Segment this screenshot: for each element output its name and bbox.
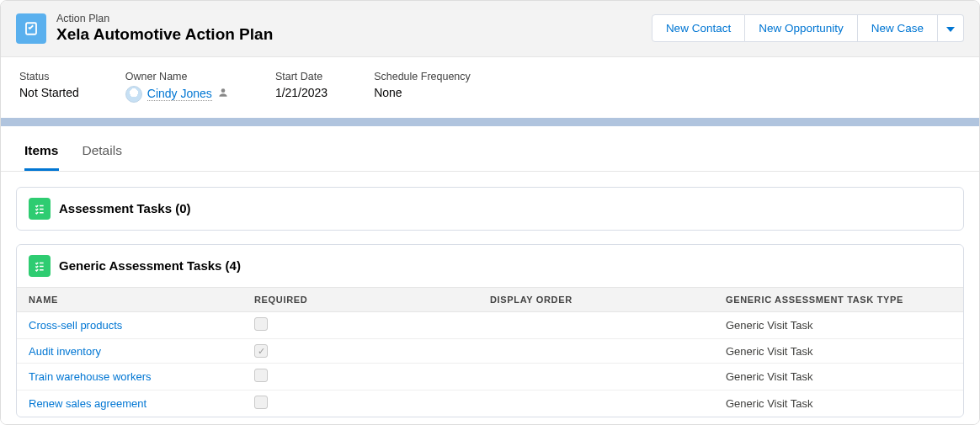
more-actions-button[interactable] bbox=[938, 14, 964, 42]
required-checkbox: ✓ bbox=[254, 344, 268, 358]
page-header: Action Plan Xela Automotive Action Plan … bbox=[1, 1, 979, 57]
task-link[interactable]: Train warehouse workers bbox=[29, 370, 151, 383]
status-field: Status Not Started bbox=[19, 71, 79, 103]
table-row: Renew sales agreement Generic Visit Task bbox=[17, 390, 963, 417]
panel-title: Generic Assessment Tasks (4) bbox=[59, 258, 241, 273]
new-case-button[interactable]: New Case bbox=[858, 14, 938, 42]
table-row: Train warehouse workers Generic Visit Ta… bbox=[17, 364, 963, 390]
field-value: 1/21/2023 bbox=[275, 86, 328, 99]
required-checkbox bbox=[254, 317, 268, 331]
column-header-type[interactable]: GENERIC ASSESSMENT TASK TYPE bbox=[726, 295, 951, 305]
task-list-icon bbox=[29, 255, 51, 277]
required-checkbox bbox=[254, 396, 268, 409]
table-row: Audit inventory ✓ Generic Visit Task bbox=[17, 339, 963, 364]
field-value: Not Started bbox=[19, 86, 79, 99]
column-header-display-order[interactable]: DISPLAY ORDER bbox=[490, 295, 726, 305]
task-link[interactable]: Cross-sell products bbox=[29, 319, 122, 332]
tab-content: Assessment Tasks (0) Generic Assessment … bbox=[1, 172, 979, 425]
tab-items[interactable]: Items bbox=[24, 131, 59, 171]
type-cell: Generic Visit Task bbox=[726, 319, 951, 332]
task-link[interactable]: Renew sales agreement bbox=[29, 397, 146, 410]
generic-assessment-tasks-panel: Generic Assessment Tasks (4) NAME REQUIR… bbox=[16, 244, 964, 418]
divider bbox=[1, 118, 979, 126]
table-header-row: NAME REQUIRED DISPLAY ORDER GENERIC ASSE… bbox=[17, 287, 963, 312]
change-owner-icon[interactable] bbox=[217, 87, 229, 101]
svg-rect-0 bbox=[26, 23, 36, 35]
owner-field: Owner Name Cindy Jones bbox=[125, 71, 229, 103]
table-row: Cross-sell products Generic Visit Task bbox=[17, 312, 963, 339]
tab-bar: Items Details bbox=[1, 131, 979, 172]
panel-title: Assessment Tasks (0) bbox=[59, 201, 190, 215]
field-label: Schedule Frequency bbox=[374, 71, 471, 82]
field-label: Status bbox=[19, 71, 79, 82]
field-value: None bbox=[374, 86, 471, 99]
task-link[interactable]: Audit inventory bbox=[29, 345, 101, 358]
schedule-frequency-field: Schedule Frequency None bbox=[374, 71, 471, 103]
required-checkbox bbox=[254, 369, 268, 382]
column-header-name[interactable]: NAME bbox=[29, 295, 254, 305]
new-opportunity-button[interactable]: New Opportunity bbox=[745, 14, 858, 42]
task-list-icon bbox=[29, 198, 51, 220]
type-cell: Generic Visit Task bbox=[726, 370, 951, 383]
new-contact-button[interactable]: New Contact bbox=[652, 14, 745, 42]
highlights-panel: Status Not Started Owner Name Cindy Jone… bbox=[1, 57, 979, 118]
start-date-field: Start Date 1/21/2023 bbox=[275, 71, 328, 103]
type-cell: Generic Visit Task bbox=[726, 345, 951, 358]
action-plan-icon bbox=[16, 13, 46, 44]
field-label: Start Date bbox=[275, 71, 328, 82]
owner-link[interactable]: Cindy Jones bbox=[147, 87, 212, 101]
avatar bbox=[125, 86, 142, 103]
svg-point-1 bbox=[221, 89, 226, 93]
page-title: Xela Automotive Action Plan bbox=[56, 24, 273, 45]
object-label: Action Plan bbox=[56, 13, 273, 24]
panel-header[interactable]: Assessment Tasks (0) bbox=[17, 188, 963, 230]
header-left: Action Plan Xela Automotive Action Plan bbox=[16, 13, 273, 45]
field-label: Owner Name bbox=[125, 71, 229, 82]
panel-header[interactable]: Generic Assessment Tasks (4) bbox=[17, 245, 963, 287]
assessment-tasks-panel: Assessment Tasks (0) bbox=[16, 187, 964, 231]
header-actions: New Contact New Opportunity New Case bbox=[652, 14, 964, 42]
column-header-required[interactable]: REQUIRED bbox=[254, 295, 490, 305]
tab-details[interactable]: Details bbox=[83, 131, 122, 171]
type-cell: Generic Visit Task bbox=[726, 397, 951, 410]
chevron-down-icon bbox=[946, 27, 955, 32]
header-titles: Action Plan Xela Automotive Action Plan bbox=[56, 13, 273, 45]
